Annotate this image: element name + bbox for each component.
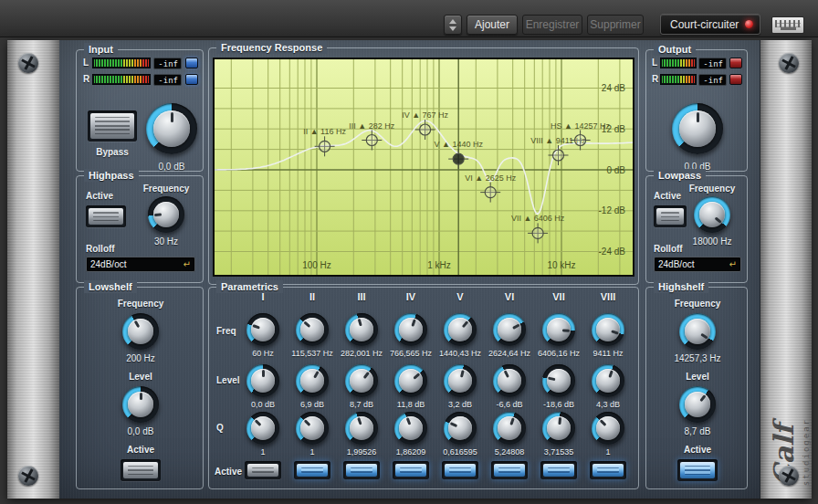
- lowpass-rolloff-value: 24dB/oct: [658, 259, 694, 269]
- knob-pointer: [339, 358, 385, 404]
- band-level-value: -18,6 dB: [534, 400, 583, 409]
- frequency-response-graph[interactable]: II ▲ 116 HzIII ▲ 282 HzIV ▲ 767 HzV ▲ 14…: [213, 58, 634, 277]
- lowpass-freq-knob[interactable]: [694, 196, 730, 233]
- band-q-knob[interactable]: [345, 412, 378, 445]
- bypass-switch[interactable]: [88, 110, 137, 142]
- band-freq-knob[interactable]: [444, 313, 477, 346]
- band-level-knob[interactable]: [592, 364, 624, 397]
- lowshelf-section: Lowshelf Frequency 200 Hz Level 0,0 dB A…: [76, 287, 204, 489]
- knob-pointer: [242, 309, 284, 351]
- delete-preset-button[interactable]: Supprimer: [587, 15, 644, 35]
- left-rail: [7, 40, 60, 499]
- right-rail: Calf studiogear: [760, 40, 812, 499]
- input-level-readout-r: -inf: [153, 74, 182, 86]
- band-freq-knob[interactable]: [542, 313, 575, 346]
- knob-pointer: [341, 310, 383, 351]
- band-level-knob[interactable]: [444, 364, 477, 397]
- band-level-knob[interactable]: [394, 364, 427, 397]
- host-bypass-button[interactable]: Court-circuiter: [660, 14, 760, 35]
- knob-pointer: [672, 103, 723, 154]
- input-channel-button-l[interactable]: [185, 58, 198, 68]
- svg-text:10 kHz: 10 kHz: [547, 260, 575, 270]
- channel-label: R: [83, 74, 89, 84]
- channel-label: R: [652, 74, 658, 84]
- band-header: IV: [391, 291, 431, 302]
- channel-label: L: [83, 58, 89, 68]
- save-preset-button[interactable]: Enregistrer: [522, 15, 582, 35]
- band-active-switch[interactable]: [590, 461, 626, 479]
- band-level-knob[interactable]: [296, 364, 329, 397]
- band-active-switch[interactable]: [540, 461, 577, 479]
- band-q-knob[interactable]: [444, 412, 477, 445]
- band-switch-face: [247, 464, 278, 477]
- band-freq-knob[interactable]: [246, 313, 279, 346]
- highpass-freq-value: 30 Hz: [133, 236, 199, 247]
- knob-pointer: [687, 189, 738, 240]
- band-q-knob[interactable]: [246, 412, 279, 445]
- band-active-switch[interactable]: [491, 461, 528, 479]
- input-gain-knob[interactable]: [146, 103, 197, 154]
- band-header: VIII: [588, 291, 628, 302]
- screw-icon: [18, 466, 38, 486]
- highshelf-level-knob[interactable]: [679, 386, 716, 423]
- band-q-knob[interactable]: [296, 412, 329, 445]
- band-level-knob[interactable]: [246, 364, 279, 397]
- band-active-switch[interactable]: [294, 461, 330, 479]
- band-active-switch[interactable]: [343, 461, 380, 479]
- band-active-switch[interactable]: [393, 461, 429, 479]
- band-header: II: [292, 291, 332, 302]
- band-freq-knob[interactable]: [345, 313, 378, 346]
- band-level-value: -6,6 dB: [485, 400, 534, 409]
- highpass-rolloff-value: 24dB/oct: [90, 259, 126, 269]
- svg-text:II ▲ 116 Hz: II ▲ 116 Hz: [303, 127, 346, 136]
- knob-pointer: [289, 358, 334, 403]
- lowshelf-level-knob[interactable]: [122, 386, 159, 423]
- highpass-freq-knob[interactable]: [148, 196, 184, 233]
- knob-pointer: [146, 194, 185, 234]
- band-level-knob[interactable]: [493, 364, 526, 397]
- lowshelf-freq-knob[interactable]: [122, 313, 159, 350]
- spinner-up-icon: [449, 19, 456, 24]
- lowshelf-switch-face: [123, 462, 158, 478]
- lowpass-rolloff-select[interactable]: 24dB/oct ↵: [654, 257, 741, 272]
- knob-pointer: [388, 358, 435, 404]
- band-q-knob[interactable]: [592, 412, 624, 445]
- knob-pointer: [390, 309, 432, 351]
- band-switch-face: [346, 464, 377, 477]
- preset-spinner-button[interactable]: [444, 15, 462, 35]
- lowshelf-freq-value: 200 Hz: [95, 353, 186, 363]
- band-q-knob[interactable]: [493, 412, 526, 445]
- highpass-active-switch[interactable]: [86, 205, 126, 227]
- svg-text:1 kHz: 1 kHz: [427, 260, 451, 270]
- highshelf-level-label: Level: [646, 372, 749, 382]
- highshelf-active-switch[interactable]: [677, 459, 718, 481]
- input-channel-button-r[interactable]: [185, 74, 198, 85]
- band-level-value: 8,7 dB: [337, 400, 386, 409]
- band-q-knob[interactable]: [542, 412, 575, 445]
- band-q-value: 1: [288, 447, 337, 457]
- band-freq-knob[interactable]: [296, 313, 329, 346]
- band-freq-knob[interactable]: [394, 313, 427, 346]
- band-q-knob[interactable]: [394, 412, 427, 445]
- band-level-value: 3,2 dB: [435, 400, 485, 409]
- band-active-switch[interactable]: [442, 461, 478, 479]
- host-bypass-label: Court-circuiter: [670, 18, 739, 31]
- highshelf-freq-knob[interactable]: [679, 313, 716, 350]
- band-level-knob[interactable]: [345, 364, 378, 397]
- add-preset-button[interactable]: Ajouter: [467, 15, 518, 35]
- output-channel-button-r[interactable]: [729, 74, 742, 85]
- highpass-rolloff-select[interactable]: 24dB/oct ↵: [86, 257, 195, 272]
- band-freq-knob[interactable]: [592, 313, 624, 346]
- band-freq-knob[interactable]: [493, 313, 526, 346]
- output-channel-button-l[interactable]: [729, 58, 742, 68]
- band-active-switch[interactable]: [245, 461, 281, 479]
- output-level-meter-r: [660, 74, 697, 85]
- band-level-knob[interactable]: [542, 364, 575, 397]
- knob-pointer: [587, 360, 629, 402]
- output-gain-knob[interactable]: [672, 103, 723, 154]
- bypass-led-icon: [745, 20, 753, 28]
- parametric-bands-grid: I60 Hz0,0 dB1II115,537 Hz6,9 dB1III282,0…: [209, 288, 638, 488]
- lowshelf-active-switch[interactable]: [121, 459, 161, 481]
- lowpass-active-switch[interactable]: [654, 205, 687, 227]
- virtual-keyboard-icon[interactable]: [771, 16, 804, 34]
